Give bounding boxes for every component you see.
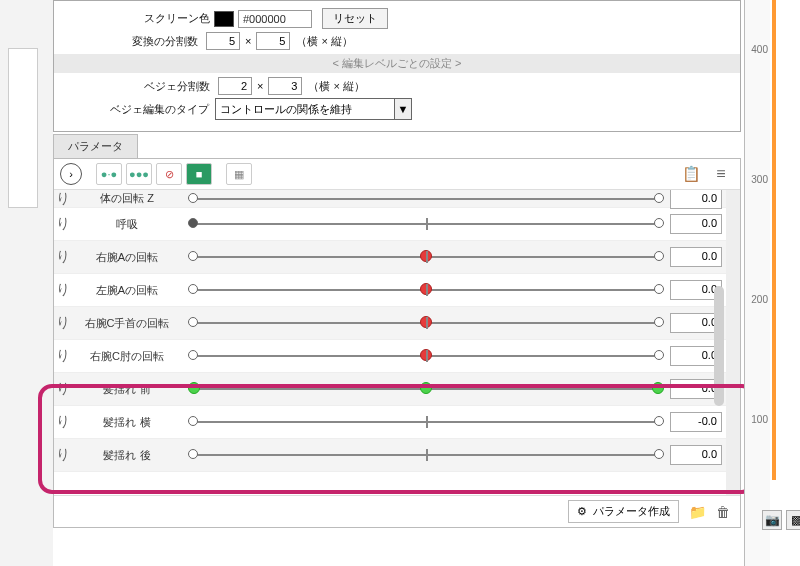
parameter-row[interactable]: り右腕C手首の回転0.0 — [54, 307, 726, 340]
scrollbar-thumb[interactable] — [714, 286, 724, 406]
pin-icon[interactable]: り — [54, 380, 72, 398]
key-add-2-icon[interactable]: ●·● — [96, 163, 122, 185]
create-parameter-label: パラメータ作成 — [593, 504, 670, 519]
parameter-slider[interactable] — [188, 344, 664, 368]
slider-end-left[interactable] — [188, 382, 200, 394]
slider-end-left[interactable] — [188, 317, 198, 327]
key-grid-icon[interactable]: ▦ — [226, 163, 252, 185]
parameter-row[interactable]: り髪揺れ 横-0.0 — [54, 406, 726, 439]
settings-panel: スクリーン色 #000000 リセット 変換の分割数 5 × 5 （横 × 縦）… — [53, 0, 741, 132]
slider-end-left[interactable] — [188, 251, 198, 261]
parameter-row[interactable]: り左腕Aの回転0.0 — [54, 274, 726, 307]
parameter-slider[interactable] — [188, 278, 664, 302]
slider-tick — [426, 350, 428, 362]
parameter-slider[interactable] — [188, 212, 664, 236]
parameter-name: 髪揺れ 前 — [72, 382, 182, 397]
bezier-type-label: ベジェ編集のタイプ — [110, 102, 209, 117]
parameter-slider[interactable] — [188, 410, 664, 434]
scrollbar[interactable] — [712, 190, 726, 495]
parameter-row[interactable]: り右腕C肘の回転0.0 — [54, 340, 726, 373]
settings-subheader: < 編集レベルごとの設定 > — [54, 54, 740, 73]
parameter-slider[interactable] — [188, 443, 664, 467]
bezier-type-dropdown[interactable]: コントロールの関係を維持 — [215, 98, 395, 120]
parameter-name: 右腕Aの回転 — [72, 250, 182, 265]
bezier-type-value: コントロールの関係を維持 — [220, 102, 352, 117]
slider-end-right[interactable] — [654, 317, 664, 327]
slider-end-right[interactable] — [654, 251, 664, 261]
reset-button[interactable]: リセット — [322, 8, 388, 29]
parameter-list: り体の回転 Z0.0り呼吸0.0り右腕Aの回転0.0り左腕Aの回転0.0り右腕C… — [54, 190, 740, 495]
screen-color-label: スクリーン色 — [144, 11, 210, 26]
slider-tick — [426, 317, 428, 329]
key-delete-icon[interactable]: ⊘ — [156, 163, 182, 185]
slider-end-right[interactable] — [654, 350, 664, 360]
slider-end-left[interactable] — [188, 284, 198, 294]
checker-icon[interactable]: ▩ — [786, 510, 800, 530]
folder-icon[interactable]: 📁 — [689, 504, 706, 520]
slider-end-left[interactable] — [188, 218, 198, 228]
pin-icon[interactable]: り — [54, 413, 72, 431]
slider-end-right[interactable] — [654, 193, 664, 203]
left-gutter — [0, 0, 53, 566]
slider-end-right[interactable] — [654, 284, 664, 294]
slider-tick — [426, 449, 428, 461]
create-parameter-button[interactable]: ⚙ パラメータ作成 — [568, 500, 679, 523]
trash-icon[interactable]: 🗑 — [716, 504, 730, 520]
screen-color-hex[interactable]: #000000 — [238, 10, 312, 28]
pin-icon[interactable]: り — [54, 446, 72, 464]
expand-icon[interactable]: › — [60, 163, 82, 185]
key-add-3-icon[interactable]: ●●● — [126, 163, 152, 185]
camera-icon[interactable]: 📷 — [762, 510, 782, 530]
slider-end-left[interactable] — [188, 449, 198, 459]
ruler-tick-400: 400 — [751, 44, 768, 55]
parameter-row[interactable]: り髪揺れ 前0.0 — [54, 373, 726, 406]
right-ruler: 400 300 200 100 — [744, 0, 770, 566]
parameter-row[interactable]: り右腕Aの回転0.0 — [54, 241, 726, 274]
parameter-row[interactable]: り体の回転 Z0.0 — [54, 190, 726, 208]
clipboard-icon[interactable]: 📋 — [678, 163, 704, 185]
slider-end-right[interactable] — [654, 449, 664, 459]
division-suffix: （横 × 縦） — [296, 34, 353, 49]
slider-tick — [426, 284, 428, 296]
pin-icon[interactable]: り — [54, 248, 72, 266]
param-toolbar: › ●·● ●●● ⊘ ■ ▦ 📋 ≡ — [54, 159, 740, 190]
bottom-icon-bar: 📷 ▩ — [762, 510, 800, 530]
parameter-row[interactable]: り呼吸0.0 — [54, 208, 726, 241]
bezier-div-y-input[interactable]: 3 — [268, 77, 302, 95]
bezier-div-x-input[interactable]: 2 — [218, 77, 252, 95]
dropdown-arrow-icon[interactable]: ▼ — [394, 98, 412, 120]
param-tabstrip: パラメータ — [53, 134, 741, 158]
slider-end-left[interactable] — [188, 350, 198, 360]
division-y-input[interactable]: 5 — [256, 32, 290, 50]
tab-parameters[interactable]: パラメータ — [53, 134, 138, 158]
parameter-slider[interactable] — [188, 311, 664, 335]
pin-icon[interactable]: り — [54, 347, 72, 365]
pin-icon[interactable]: り — [54, 215, 72, 233]
pin-icon[interactable]: り — [54, 281, 72, 299]
slider-end-left[interactable] — [188, 416, 198, 426]
parameter-slider[interactable] — [188, 377, 664, 401]
parameter-slider[interactable] — [188, 190, 664, 211]
pin-icon[interactable]: り — [54, 190, 72, 208]
screen-color-swatch[interactable] — [214, 11, 234, 27]
times-symbol: × — [245, 35, 251, 47]
slider-end-right[interactable] — [652, 382, 664, 394]
slider-end-right[interactable] — [654, 218, 664, 228]
parameter-row[interactable]: り髪揺れ 後0.0 — [54, 439, 726, 472]
slider-end-right[interactable] — [654, 416, 664, 426]
pin-icon[interactable]: り — [54, 314, 72, 332]
left-mini-panel — [8, 48, 38, 208]
slider-tick — [426, 416, 428, 428]
slider-end-left[interactable] — [188, 193, 198, 203]
bezier-suffix: （横 × 縦） — [308, 79, 365, 94]
parameter-name: 体の回転 Z — [72, 191, 182, 206]
key-solid-icon[interactable]: ■ — [186, 163, 212, 185]
parameter-slider[interactable] — [188, 245, 664, 269]
slider-key-green[interactable] — [420, 382, 432, 394]
canvas-edge — [772, 0, 800, 480]
slider-tick — [426, 251, 428, 263]
division-x-input[interactable]: 5 — [206, 32, 240, 50]
menu-icon[interactable]: ≡ — [708, 163, 734, 185]
slider-tick — [426, 218, 428, 230]
parameter-name: 左腕Aの回転 — [72, 283, 182, 298]
